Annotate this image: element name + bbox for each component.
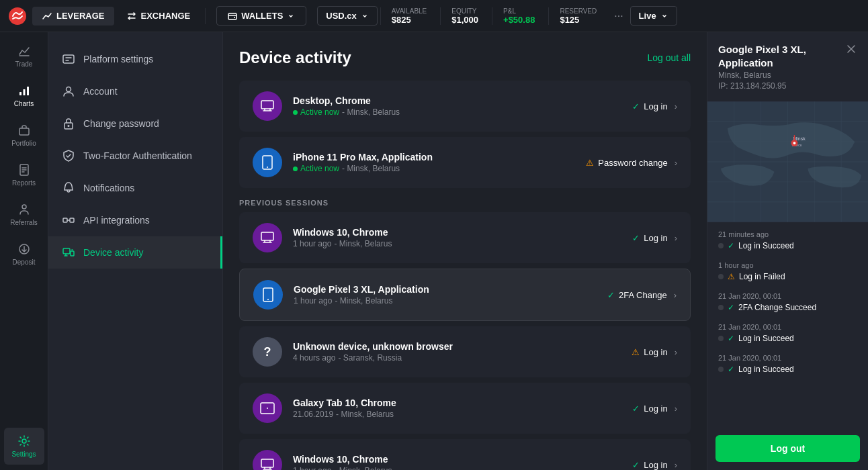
activity-item-4: 21 Jan 2020, 00:01 ✓ Log in Succeed bbox=[718, 354, 857, 374]
content-header: Device activity Log out all bbox=[239, 48, 691, 67]
device-1-action-label: Log in bbox=[644, 101, 667, 111]
svg-rect-17 bbox=[63, 248, 70, 254]
activity-label-0: Log in Succeed bbox=[738, 241, 794, 250]
more-options-button[interactable]: ··· bbox=[610, 6, 627, 26]
activity-time-0: 21 minutes ago bbox=[718, 230, 857, 238]
nav-api-integrations[interactable]: API integrations bbox=[48, 204, 222, 236]
live-chevron-icon bbox=[660, 12, 668, 20]
svg-rect-19 bbox=[261, 101, 273, 109]
activity-event-1: ⚠ Log in Failed bbox=[718, 272, 857, 281]
nav-platform-settings[interactable]: Platform settings bbox=[48, 43, 222, 75]
right-panel-header: Google Pixel 3 XL, Application Minsk, Be… bbox=[707, 32, 868, 101]
nav-api-integrations-label: API integrations bbox=[83, 215, 150, 226]
prev-device-4[interactable]: Galaxy Tab 10, Chrome 21.06.2019 - Minsk… bbox=[239, 383, 691, 434]
wallets-label: WALLETS bbox=[241, 11, 283, 21]
trade-icon bbox=[17, 44, 31, 58]
chevron-right-icon-2: › bbox=[675, 158, 677, 168]
nav-notifications[interactable]: Notifications bbox=[48, 172, 222, 204]
active-device-1[interactable]: Desktop, Chrome Active now - Minsk, Bela… bbox=[239, 81, 691, 132]
leverage-button[interactable]: LEVERAGE bbox=[32, 7, 114, 26]
logout-all-button[interactable]: Log out all bbox=[647, 52, 691, 63]
prev-device-1[interactable]: Windows 10, Chrome 1 hour ago - Minsk, B… bbox=[239, 212, 691, 263]
logo[interactable] bbox=[5, 4, 30, 28]
nav-account-label: Account bbox=[83, 86, 118, 97]
logout-button[interactable]: Log out bbox=[715, 435, 860, 462]
sidebar-item-trade[interactable]: Trade bbox=[4, 38, 44, 75]
prev-device-4-icon bbox=[253, 393, 282, 423]
prev-device-5[interactable]: Windows 10, Chrome 1 hour ago - Minsk, B… bbox=[239, 439, 691, 470]
prev-device-2-action: ✓ 2FA Change › bbox=[607, 290, 677, 300]
nav-two-factor[interactable]: Two-Factor Authentication bbox=[48, 140, 222, 172]
activity-time-2: 21 Jan 2020, 00:01 bbox=[718, 292, 857, 300]
nav-account[interactable]: Account bbox=[48, 75, 222, 107]
currency-selector[interactable]: USD.cx bbox=[317, 6, 378, 26]
api-integrations-icon bbox=[62, 214, 75, 227]
warn-icon-p3: ⚠ bbox=[632, 347, 640, 357]
deposit-label: Deposit bbox=[13, 258, 36, 266]
sidebar-item-charts[interactable]: Charts bbox=[4, 77, 44, 114]
prev-device-2[interactable]: Google Pixel 3 XL, Application 1 hour ag… bbox=[239, 269, 691, 321]
prev-device-2-name: Google Pixel 3 XL, Application bbox=[294, 284, 597, 295]
prev-device-3-action-label: Log in bbox=[644, 347, 667, 357]
svg-point-26 bbox=[267, 408, 268, 409]
sidebar-item-portfolio[interactable]: Portfolio bbox=[4, 117, 44, 154]
device-2-status: Active now bbox=[300, 164, 339, 173]
svg-rect-1 bbox=[228, 13, 236, 19]
activity-dot-3 bbox=[718, 336, 724, 341]
pnl-label: P&L bbox=[503, 7, 516, 15]
svg-rect-6 bbox=[19, 128, 29, 135]
reports-icon bbox=[17, 163, 31, 177]
prev-device-1-action-label: Log in bbox=[644, 233, 667, 243]
prev-device-5-icon bbox=[253, 450, 282, 470]
prev-device-1-icon bbox=[253, 223, 282, 252]
settings-label: Settings bbox=[11, 451, 36, 458]
svg-rect-27 bbox=[261, 459, 273, 467]
chevron-right-icon-p5: › bbox=[675, 460, 677, 470]
svg-point-21 bbox=[267, 167, 268, 168]
sidebar-item-deposit[interactable]: Deposit bbox=[4, 236, 44, 273]
chevron-right-icon-p1: › bbox=[675, 233, 677, 243]
live-button[interactable]: Live bbox=[630, 6, 677, 26]
prev-device-2-info: Google Pixel 3 XL, Application 1 hour ag… bbox=[294, 284, 597, 306]
right-panel: Google Pixel 3 XL, Application Minsk, Be… bbox=[707, 32, 868, 470]
nav-change-password[interactable]: Change password bbox=[48, 107, 222, 140]
sidebar-item-reports[interactable]: Reports bbox=[4, 156, 44, 193]
right-panel-title: Google Pixel 3 XL, Application bbox=[718, 43, 845, 69]
activity-time-4: 21 Jan 2020, 00:01 bbox=[718, 354, 857, 362]
chevron-right-icon-p4: › bbox=[675, 404, 677, 414]
prev-device-1-name: Windows 10, Chrome bbox=[293, 227, 621, 238]
prev-device-1-info: Windows 10, Chrome 1 hour ago - Minsk, B… bbox=[293, 227, 621, 248]
nav-change-password-label: Change password bbox=[83, 118, 159, 129]
deposit-icon bbox=[17, 242, 31, 256]
reserved-label: RESERVED bbox=[560, 7, 597, 15]
activity-item-2: 21 Jan 2020, 00:01 ✓ 2FA Change Succeed bbox=[718, 292, 857, 312]
activity-label-3: Log in Succeed bbox=[738, 334, 794, 343]
activity-item-3: 21 Jan 2020, 00:01 ✓ Log in Succeed bbox=[718, 323, 857, 343]
device-1-action: ✓ Log in › bbox=[632, 101, 677, 111]
device-2-action-label: Password change bbox=[598, 158, 667, 168]
wallets-button[interactable]: WALLETS bbox=[216, 6, 306, 26]
svg-point-24 bbox=[267, 299, 269, 300]
check-icon-p1: ✓ bbox=[632, 233, 640, 243]
prev-device-4-action: ✓ Log in › bbox=[632, 404, 677, 414]
chevron-right-icon-p3: › bbox=[675, 347, 677, 357]
active-device-2[interactable]: iPhone 11 Pro Max, Application Active no… bbox=[239, 137, 691, 188]
check-icon-p5: ✓ bbox=[632, 460, 640, 470]
close-button[interactable] bbox=[845, 43, 857, 58]
device-1-meta: Active now - Minsk, Belarus bbox=[293, 107, 621, 117]
warn-icon: ⚠ bbox=[586, 158, 594, 168]
activity-item-1: 1 hour ago ⚠ Log in Failed bbox=[718, 261, 857, 281]
prev-device-1-action: ✓ Log in › bbox=[632, 233, 677, 243]
currency-chevron-icon bbox=[361, 12, 369, 20]
exchange-button[interactable]: EXCHANGE bbox=[117, 7, 200, 26]
account-icon bbox=[62, 85, 75, 98]
prev-device-5-action-label: Log in bbox=[644, 460, 667, 470]
sidebar-item-referrals[interactable]: Referrals bbox=[4, 196, 44, 233]
prev-device-3[interactable]: ? Unknown device, unknown browser 4 hour… bbox=[239, 326, 691, 377]
prev-device-3-meta: 4 hours ago - Saransk, Russia bbox=[293, 353, 621, 363]
sidebar-item-settings[interactable]: Settings bbox=[4, 428, 44, 465]
page-title: Device activity bbox=[239, 48, 351, 67]
svg-rect-22 bbox=[261, 232, 273, 240]
nav-device-activity[interactable]: Device activity bbox=[48, 236, 222, 269]
chevron-right-icon: › bbox=[675, 101, 677, 111]
